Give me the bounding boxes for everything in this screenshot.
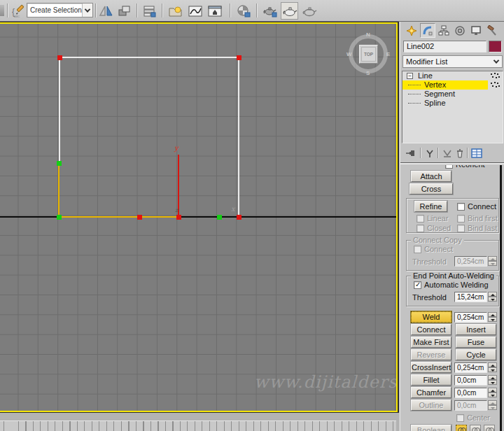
spline-vertex[interactable] (57, 55, 62, 60)
boolean-intersect-icon[interactable] (484, 425, 495, 431)
fillet-button[interactable]: Fillet (411, 374, 451, 386)
edit-named-selection-sets-button[interactable]: { ABC (10, 2, 27, 20)
cross-insert-button[interactable]: CrossInsert (411, 362, 451, 373)
center-checkbox[interactable]: Center (456, 414, 490, 422)
spin-down-button[interactable] (488, 367, 497, 372)
spin-up-button[interactable] (488, 375, 497, 380)
viewport-top[interactable]: y z x www.dijitalders N E S W TOP (0, 22, 399, 413)
spin-down-button[interactable] (488, 297, 497, 302)
rollout-scrollbar[interactable] (500, 165, 502, 431)
cross-insert-spinner[interactable]: 0,254cm (454, 362, 497, 373)
autoweld-threshold-spinner[interactable]: 15,24cm (454, 292, 497, 302)
viewport-canvas[interactable]: y z x www.dijitalders N E S W TOP (0, 24, 396, 411)
boolean-button[interactable]: Boolean (411, 425, 451, 431)
stack-item-spline[interactable]: Spline (402, 99, 503, 108)
spin-up-button[interactable] (488, 312, 497, 317)
outline-button[interactable]: Outline (411, 400, 451, 411)
layer-manager-button[interactable] (141, 2, 158, 20)
attach-mult-button[interactable]: Attach Mult. (411, 171, 451, 182)
render-production-button[interactable] (281, 2, 298, 20)
spline-vertex[interactable] (237, 215, 241, 220)
render-flyout-button[interactable] (300, 2, 318, 20)
fillet-spinner[interactable]: 0,0cm (454, 375, 497, 386)
viewcube-south-label[interactable]: S (366, 70, 370, 76)
spin-down-button[interactable] (488, 261, 497, 266)
weld-button[interactable]: Weld (411, 311, 451, 323)
stack-item-vertex[interactable]: Vertex (402, 80, 503, 90)
make-unique-button[interactable] (424, 147, 436, 160)
object-color-swatch[interactable] (489, 41, 502, 52)
bind-last-checkbox[interactable]: Bind last (457, 224, 497, 232)
spin-up-button[interactable] (488, 292, 497, 297)
tab-display[interactable] (468, 23, 484, 38)
reverse-button[interactable]: Reverse (411, 349, 451, 360)
render-setup-button[interactable] (261, 2, 279, 20)
make-first-button[interactable]: Make First (411, 337, 451, 348)
outline-spinner[interactable]: 0,0cm (454, 400, 497, 411)
spin-down-button[interactable] (488, 405, 497, 410)
spline-segment[interactable] (178, 155, 179, 217)
connect-checkbox[interactable]: Connect (457, 202, 496, 211)
spin-down-button[interactable] (488, 317, 497, 322)
bind-first-checkbox[interactable]: Bind first (457, 214, 498, 222)
spline-vertex[interactable] (176, 215, 181, 220)
schematic-view-button[interactable] (206, 2, 223, 20)
spline-vertex[interactable] (57, 215, 62, 220)
viewcube-east-label[interactable]: E (386, 51, 390, 57)
cycle-button[interactable]: Cycle (456, 349, 496, 360)
spline-segment[interactable] (59, 57, 60, 164)
weld-threshold-spinner[interactable]: 0,254cm (454, 312, 497, 323)
connect-copy-threshold-spinner[interactable]: 0,254cm (454, 256, 497, 267)
spline-segment[interactable] (58, 163, 59, 218)
curve-editor-button[interactable] (186, 2, 204, 20)
spin-up-button[interactable] (488, 256, 497, 261)
cross-section-button[interactable]: Cross Section (410, 183, 453, 195)
spline-segment[interactable] (238, 57, 239, 218)
spline-vertex[interactable] (137, 215, 142, 220)
fuse-button[interactable]: Fuse (456, 337, 496, 348)
chamfer-spinner[interactable]: 0,0cm (454, 388, 497, 398)
collapse-icon[interactable]: − (407, 73, 413, 79)
modifier-list-dropdown[interactable]: Modifier List (402, 55, 503, 68)
viewcube-north-label[interactable]: N (366, 31, 370, 38)
insert-button[interactable]: Insert (456, 324, 496, 335)
boolean-union-icon[interactable] (456, 425, 467, 431)
automatic-welding-checkbox[interactable]: Automatic Welding (414, 281, 489, 289)
chamfer-button[interactable]: Chamfer (411, 387, 451, 398)
connect-button[interactable]: Connect (411, 324, 451, 335)
boolean-subtract-icon[interactable] (470, 425, 481, 431)
named-selection-set-combo[interactable]: Create Selection Se (27, 3, 93, 17)
tab-motion[interactable] (452, 23, 468, 38)
spline-vertex[interactable] (217, 215, 222, 220)
spin-down-button[interactable] (488, 393, 497, 397)
show-end-result-button[interactable] (441, 147, 454, 160)
track-bar[interactable] (0, 413, 399, 431)
configure-modifier-sets-button[interactable] (470, 147, 483, 160)
tab-utilities[interactable] (484, 23, 500, 38)
reorient-checkbox[interactable]: Reorient (445, 165, 485, 169)
tab-create[interactable] (404, 23, 419, 38)
spline-vertex[interactable] (237, 55, 241, 60)
combo-dropdown-button[interactable] (82, 3, 92, 17)
stack-item-segment[interactable]: Segment (402, 90, 503, 99)
align-button[interactable] (115, 2, 133, 20)
spin-up-button[interactable] (488, 362, 497, 367)
remove-modifier-button[interactable] (454, 147, 466, 160)
connect-copy-checkbox[interactable]: Connect (414, 245, 453, 253)
modifier-list-arrow[interactable] (491, 56, 502, 67)
open-container-button[interactable] (167, 2, 184, 20)
linear-checkbox[interactable]: Linear (416, 214, 449, 222)
refine-button[interactable]: Refine (414, 201, 447, 212)
tab-hierarchy[interactable] (436, 23, 451, 38)
spline-segment[interactable] (59, 57, 239, 58)
object-name-field[interactable]: Line002 (403, 41, 486, 52)
spin-up-button[interactable] (488, 400, 497, 405)
track-bar-ticks[interactable] (0, 421, 396, 431)
stack-item-line[interactable]: − Line (402, 71, 503, 80)
spline-vertex[interactable] (57, 161, 62, 166)
material-editor-button[interactable] (234, 2, 252, 20)
viewcube[interactable]: N E S W TOP (345, 31, 391, 77)
closed-checkbox[interactable]: Closed (416, 224, 451, 232)
viewcube-top-face[interactable]: TOP (359, 45, 378, 64)
viewcube-west-label[interactable]: W (346, 51, 352, 57)
